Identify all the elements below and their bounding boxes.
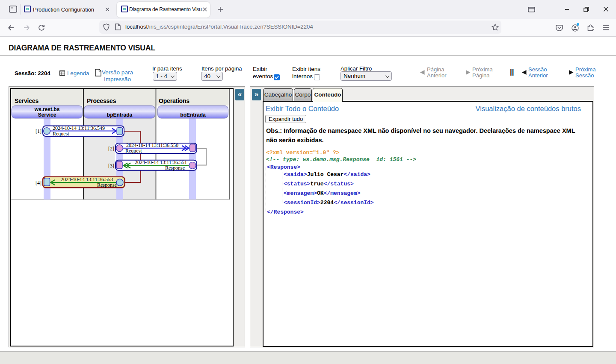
svg-text:Operations: Operations xyxy=(159,97,190,104)
svg-text:[1]: [1] xyxy=(36,128,41,134)
svg-text:Request: Request xyxy=(53,131,69,137)
svg-text:2024-10-14 13:11:36.550: 2024-10-14 13:11:36.550 xyxy=(126,142,178,148)
svg-text:2024-10-14 13:11:36.549: 2024-10-14 13:11:36.549 xyxy=(53,125,105,131)
svg-text:Processes: Processes xyxy=(87,97,116,104)
svg-text:[2]: [2] xyxy=(108,146,114,152)
svg-text:Response: Response xyxy=(97,182,117,188)
svg-text:boEntrada: boEntrada xyxy=(180,112,206,118)
svg-text:Request: Request xyxy=(125,148,142,154)
svg-text:2024-10-14 13:11:36.553: 2024-10-14 13:11:36.553 xyxy=(61,176,113,182)
svg-text:2024-10-14 13:11:36.551: 2024-10-14 13:11:36.551 xyxy=(135,159,187,165)
svg-text:Services: Services xyxy=(15,97,38,104)
svg-text:[3]: [3] xyxy=(108,163,114,169)
svg-text:ws.rest.bs: ws.rest.bs xyxy=(34,106,60,112)
svg-text:bpEntrada: bpEntrada xyxy=(107,112,133,118)
svg-text:[4]: [4] xyxy=(36,180,41,186)
svg-text:Service: Service xyxy=(38,112,56,118)
svg-text:Response: Response xyxy=(165,165,185,171)
